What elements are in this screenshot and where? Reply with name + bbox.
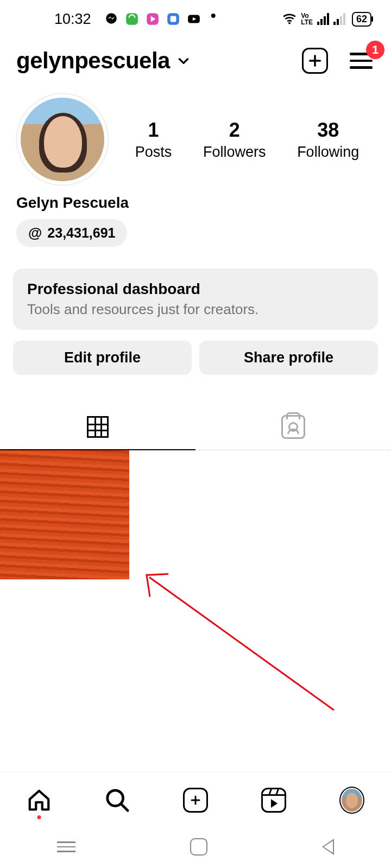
- system-back-button[interactable]: [322, 839, 334, 855]
- system-nav-bar: [0, 826, 391, 868]
- tab-tagged[interactable]: [195, 405, 391, 450]
- posts-grid: [0, 450, 391, 579]
- nav-search[interactable]: [105, 788, 130, 813]
- username-switcher[interactable]: gelynpescuela: [16, 48, 302, 74]
- youtube-icon: [187, 12, 201, 26]
- svg-point-8: [288, 22, 291, 24]
- create-post-icon: [183, 788, 208, 813]
- following-stat[interactable]: 38 Following: [297, 119, 359, 161]
- bottom-nav: [0, 771, 391, 820]
- profile-tabs: [0, 405, 391, 450]
- reels-icon: [261, 788, 286, 813]
- status-time: 10:32: [54, 11, 91, 28]
- nav-avatar-icon: [339, 787, 364, 814]
- threads-icon: @: [28, 225, 42, 241]
- svg-rect-5: [170, 16, 176, 22]
- status-bar: 10:32 • VoLTE 62: [0, 0, 391, 38]
- dashboard-title: Professional dashboard: [27, 280, 364, 298]
- svg-line-11: [122, 804, 128, 810]
- grid-icon: [87, 416, 109, 438]
- followers-count: 2: [203, 119, 266, 142]
- home-icon: [27, 788, 52, 813]
- system-home-button[interactable]: [190, 838, 207, 856]
- signal-icon-2: [333, 13, 345, 25]
- app-icon-blue: [166, 12, 180, 26]
- plus-icon: [307, 53, 323, 68]
- messenger-icon: [104, 12, 118, 26]
- posts-stat[interactable]: 1 Posts: [135, 119, 172, 161]
- signal-icon-1: [317, 13, 329, 25]
- posts-label: Posts: [135, 144, 172, 161]
- wifi-icon: [282, 12, 297, 26]
- home-notification-dot: [37, 815, 41, 819]
- search-icon: [105, 788, 130, 813]
- profile-header: gelynpescuela 1: [0, 38, 391, 87]
- tab-posts-grid[interactable]: [0, 405, 195, 450]
- volte-icon: VoLTE: [301, 12, 313, 25]
- post-thumbnail[interactable]: [0, 450, 129, 579]
- professional-dashboard-card[interactable]: Professional dashboard Tools and resourc…: [13, 269, 378, 330]
- annotation-arrow: [141, 566, 348, 724]
- status-right: VoLTE 62: [282, 12, 371, 27]
- profile-section: 1 Posts 2 Followers 38 Following Gelyn P…: [0, 87, 391, 247]
- followers-stat[interactable]: 2 Followers: [203, 119, 266, 161]
- menu-button[interactable]: 1: [350, 53, 373, 69]
- nav-home[interactable]: [27, 788, 52, 813]
- nav-create[interactable]: [183, 788, 208, 813]
- profile-actions: Edit profile Share profile: [13, 341, 378, 375]
- app-icon-green: [125, 12, 139, 26]
- dashboard-subtitle: Tools and resources just for creators.: [27, 301, 364, 318]
- svg-line-9: [149, 577, 334, 710]
- threads-badge[interactable]: @ 23,431,691: [16, 219, 127, 247]
- display-name: Gelyn Pescuela: [16, 194, 375, 212]
- tagged-icon: [281, 415, 305, 439]
- system-recent-button[interactable]: [57, 841, 75, 852]
- profile-stats: 1 Posts 2 Followers 38 Following: [119, 119, 375, 161]
- profile-avatar[interactable]: [16, 93, 109, 186]
- status-left: 10:32 •: [54, 11, 216, 28]
- followers-label: Followers: [203, 144, 266, 161]
- following-label: Following: [297, 144, 359, 161]
- posts-count: 1: [135, 119, 172, 142]
- nav-reels[interactable]: [261, 788, 286, 813]
- following-count: 38: [297, 119, 359, 142]
- share-profile-button[interactable]: Share profile: [199, 341, 378, 375]
- username: gelynpescuela: [16, 48, 170, 74]
- battery-indicator: 62: [352, 12, 371, 27]
- edit-profile-button[interactable]: Edit profile: [13, 341, 192, 375]
- nav-profile[interactable]: [339, 788, 364, 813]
- chevron-down-icon: [176, 54, 191, 68]
- create-button[interactable]: [302, 48, 328, 74]
- notification-badge: 1: [366, 41, 384, 59]
- threads-count: 23,431,691: [47, 225, 115, 241]
- app-icon-pink: [146, 12, 160, 26]
